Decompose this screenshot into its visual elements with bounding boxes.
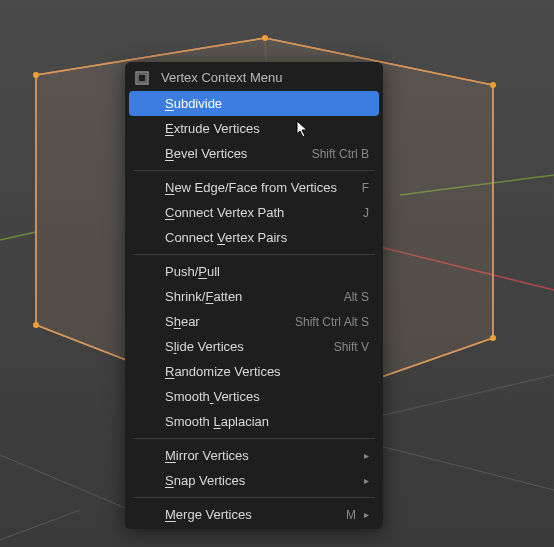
menu-item-label: Merge Vertices — [165, 507, 346, 522]
menu-item-label: Snap Vertices — [165, 473, 356, 488]
menu-item-label: Connect Vertex Pairs — [165, 230, 369, 245]
menu-item-shear[interactable]: ShearShift Ctrl Alt S — [125, 309, 383, 334]
vertex-selected[interactable] — [262, 35, 268, 41]
menu-divider — [133, 170, 375, 171]
grid-line — [380, 446, 554, 490]
menu-divider — [133, 254, 375, 255]
menu-item-label: Randomize Vertices — [165, 364, 369, 379]
menu-item-smooth-laplacian[interactable]: Smooth Laplacian — [125, 409, 383, 434]
menu-item-shortcut: M — [346, 508, 356, 522]
menu-item-shortcut: Shift V — [334, 340, 369, 354]
menu-item-shortcut: Shift Ctrl Alt S — [295, 315, 369, 329]
vertex-selected[interactable] — [33, 72, 39, 78]
menu-item-shortcut: J — [363, 206, 369, 220]
menu-item-label: New Edge/Face from Vertices — [165, 180, 362, 195]
menu-title: Vertex Context Menu — [161, 70, 282, 85]
menu-item-shortcut: Alt S — [344, 290, 369, 304]
menu-item-shrink-fatten[interactable]: Shrink/FattenAlt S — [125, 284, 383, 309]
menu-item-bevel-vertices[interactable]: Bevel VerticesShift Ctrl B — [125, 141, 383, 166]
menu-item-label: Connect Vertex Path — [165, 205, 363, 220]
grid-line — [0, 510, 80, 540]
menu-item-label: Shear — [165, 314, 295, 329]
menu-item-connect-vertex-pairs[interactable]: Connect Vertex Pairs — [125, 225, 383, 250]
menu-item-merge-vertices[interactable]: Merge VerticesM▸ — [125, 502, 383, 527]
menu-item-shortcut: Shift Ctrl B — [312, 147, 369, 161]
menu-item-label: Subdivide — [165, 96, 369, 111]
vertex-selected[interactable] — [33, 322, 39, 328]
menu-item-label: Extrude Vertices — [165, 121, 369, 136]
menu-item-shortcut: F — [362, 181, 369, 195]
menu-item-subdivide[interactable]: Subdivide — [129, 91, 379, 116]
svg-rect-1 — [138, 74, 146, 82]
vertex-selected[interactable] — [490, 335, 496, 341]
menu-item-label: Smooth Laplacian — [165, 414, 369, 429]
mesh-icon — [135, 71, 149, 85]
grid-line — [0, 455, 130, 510]
menu-item-randomize-vertices[interactable]: Randomize Vertices — [125, 359, 383, 384]
vertex-context-menu[interactable]: Vertex Context Menu SubdivideExtrude Ver… — [125, 62, 383, 529]
menu-divider — [133, 438, 375, 439]
menu-item-label: Mirror Vertices — [165, 448, 356, 463]
menu-item-slide-vertices[interactable]: Slide VerticesShift V — [125, 334, 383, 359]
menu-item-push-pull[interactable]: Push/Pull — [125, 259, 383, 284]
submenu-arrow-icon: ▸ — [364, 475, 369, 486]
menu-header: Vertex Context Menu — [125, 62, 383, 91]
submenu-arrow-icon: ▸ — [364, 509, 369, 520]
menu-item-label: Shrink/Fatten — [165, 289, 344, 304]
menu-item-label: Slide Vertices — [165, 339, 334, 354]
vertex-selected[interactable] — [490, 82, 496, 88]
menu-item-label: Bevel Vertices — [165, 146, 312, 161]
menu-item-smooth-vertices[interactable]: Smooth Vertices — [125, 384, 383, 409]
menu-item-new-edge-face-from-vertices[interactable]: New Edge/Face from VerticesF — [125, 175, 383, 200]
axis-y-line-left — [0, 232, 36, 240]
submenu-arrow-icon: ▸ — [364, 450, 369, 461]
menu-item-connect-vertex-path[interactable]: Connect Vertex PathJ — [125, 200, 383, 225]
menu-item-label: Smooth Vertices — [165, 389, 369, 404]
menu-item-extrude-vertices[interactable]: Extrude Vertices — [125, 116, 383, 141]
menu-item-label: Push/Pull — [165, 264, 369, 279]
grid-line — [380, 375, 554, 416]
menu-item-snap-vertices[interactable]: Snap Vertices▸ — [125, 468, 383, 493]
menu-divider — [133, 497, 375, 498]
menu-item-mirror-vertices[interactable]: Mirror Vertices▸ — [125, 443, 383, 468]
